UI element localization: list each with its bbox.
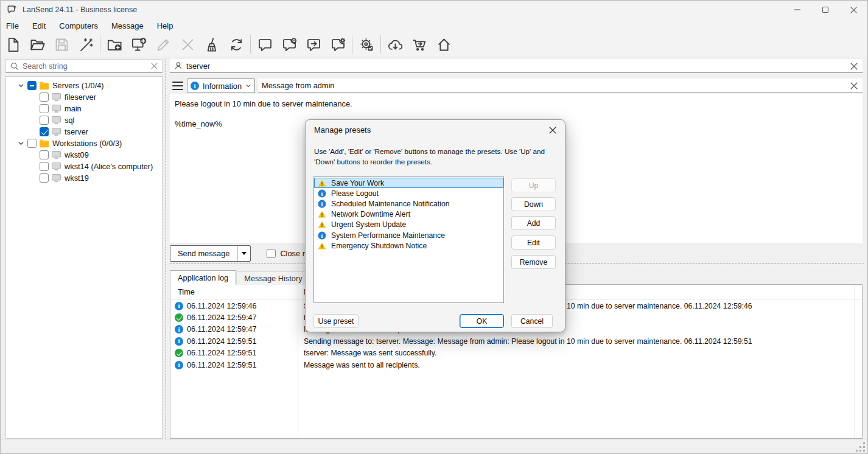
toolbar-separator bbox=[250, 35, 251, 54]
checkbox[interactable] bbox=[40, 162, 49, 171]
info-icon bbox=[175, 325, 183, 334]
tab-application-log[interactable]: Application log bbox=[170, 270, 236, 285]
checkbox[interactable] bbox=[40, 116, 49, 125]
tree-row-wkst09[interactable]: wkst09 bbox=[6, 149, 162, 161]
column-header-time[interactable]: Time bbox=[170, 287, 298, 296]
use-preset-button[interactable]: Use preset bbox=[313, 314, 359, 328]
menu-icon[interactable] bbox=[172, 82, 183, 90]
clear-icon[interactable] bbox=[200, 33, 224, 55]
message-status-icon[interactable] bbox=[277, 33, 301, 55]
tab-message-history[interactable]: Message History bbox=[236, 271, 310, 285]
open-icon[interactable] bbox=[25, 33, 49, 55]
tree-label: Servers (1/0/4) bbox=[52, 81, 104, 90]
save-icon[interactable] bbox=[49, 33, 74, 55]
add-group-icon[interactable] bbox=[102, 33, 127, 55]
preset-item[interactable]: Emergency Shutdown Notice bbox=[314, 240, 503, 251]
tree-row-fileserver[interactable]: fileserver bbox=[6, 91, 162, 103]
log-row[interactable]: 06.11.2024 12:59:51 Sending message to: … bbox=[170, 335, 862, 347]
log-row[interactable]: 06.11.2024 12:59:51 tserver: Message was… bbox=[170, 347, 862, 359]
menu-edit[interactable]: Edit bbox=[26, 20, 52, 32]
preset-item[interactable]: Urgent System Update bbox=[314, 220, 503, 230]
preset-item[interactable]: System Performance Maintenance bbox=[314, 230, 503, 240]
up-button[interactable]: Up bbox=[511, 178, 556, 192]
computer-icon bbox=[51, 116, 61, 125]
purchase-icon[interactable] bbox=[407, 33, 432, 55]
down-button[interactable]: Down bbox=[511, 197, 556, 211]
refresh-icon[interactable] bbox=[224, 33, 248, 55]
preset-list: Save Your Work Please Logout Scheduled M… bbox=[313, 176, 504, 303]
home-icon[interactable] bbox=[432, 33, 456, 55]
clear-recipients-icon[interactable] bbox=[848, 60, 860, 72]
log-row[interactable]: 06.11.2024 12:59:51 Message was sent to … bbox=[170, 359, 862, 371]
info-icon bbox=[318, 189, 326, 197]
warning-icon bbox=[318, 221, 326, 229]
menu-message[interactable]: Message bbox=[105, 20, 150, 32]
tree-row-sql[interactable]: sql bbox=[6, 114, 162, 126]
delete-icon[interactable] bbox=[175, 33, 200, 55]
tree-row-wkst19[interactable]: wkst19 bbox=[6, 172, 162, 184]
add-computer-icon[interactable] bbox=[127, 33, 151, 55]
preset-label: System Performance Maintenance bbox=[331, 231, 445, 240]
tree-label: fileserver bbox=[65, 93, 96, 102]
resize-grip[interactable] bbox=[856, 442, 865, 452]
new-message-icon[interactable] bbox=[253, 33, 277, 55]
menu-help[interactable]: Help bbox=[150, 20, 180, 32]
status-strip bbox=[1, 439, 867, 453]
checkbox[interactable] bbox=[27, 139, 37, 148]
download-icon[interactable] bbox=[383, 33, 407, 55]
search-input[interactable] bbox=[23, 62, 150, 71]
new-document-icon[interactable] bbox=[1, 33, 25, 55]
computer-icon bbox=[51, 150, 61, 159]
manage-presets-dialog: Manage presets Use 'Add', 'Edit' or 'Rem… bbox=[305, 119, 565, 332]
dialog-close-icon[interactable] bbox=[545, 124, 560, 137]
preset-item[interactable]: Scheduled Maintenance Notification bbox=[314, 198, 503, 209]
minimize-button[interactable] bbox=[783, 1, 811, 19]
checkbox[interactable] bbox=[27, 81, 37, 90]
send-message-button[interactable]: Send message bbox=[170, 245, 251, 262]
send-options-dropdown[interactable] bbox=[237, 246, 250, 261]
cancel-button[interactable]: Cancel bbox=[511, 314, 553, 328]
computer-icon bbox=[51, 93, 61, 102]
subject-field[interactable]: Message from admin bbox=[258, 79, 863, 93]
ok-button[interactable]: OK bbox=[460, 314, 504, 328]
tree-row-wkst14[interactable]: wkst14 (Alice's computer) bbox=[6, 161, 162, 172]
checkbox[interactable] bbox=[40, 173, 49, 183]
tree-row-main[interactable]: main bbox=[6, 103, 162, 114]
computers-tree: Servers (1/0/4) fileserver main sql tser… bbox=[5, 76, 163, 439]
remove-button[interactable]: Remove bbox=[511, 255, 556, 269]
chevron-down-icon[interactable] bbox=[16, 82, 25, 90]
user-icon bbox=[174, 61, 183, 70]
clear-subject-icon[interactable] bbox=[848, 80, 860, 92]
checkbox[interactable] bbox=[267, 249, 276, 258]
message-presets-icon[interactable] bbox=[326, 33, 350, 55]
resend-message-icon[interactable] bbox=[301, 33, 326, 55]
edit-icon[interactable] bbox=[151, 33, 175, 55]
preset-item[interactable]: Please Logout bbox=[314, 188, 503, 198]
edit-button[interactable]: Edit bbox=[511, 236, 556, 250]
checkbox[interactable] bbox=[40, 150, 49, 159]
add-button[interactable]: Add bbox=[511, 216, 556, 230]
folder-icon bbox=[39, 81, 49, 90]
settings-icon[interactable] bbox=[354, 33, 379, 55]
log-time: 06.11.2024 12:59:47 bbox=[187, 325, 257, 334]
menu-computers[interactable]: Computers bbox=[52, 20, 105, 32]
checkbox[interactable] bbox=[40, 104, 49, 113]
maximize-button[interactable] bbox=[811, 1, 839, 19]
tree-label: main bbox=[65, 104, 82, 113]
menu-file[interactable]: File bbox=[1, 20, 26, 32]
wizard-icon[interactable] bbox=[74, 33, 98, 55]
tree-row-tserver[interactable]: tserver bbox=[6, 126, 162, 138]
preset-item[interactable]: Network Downtime Alert bbox=[314, 209, 503, 220]
close-button[interactable] bbox=[839, 1, 867, 19]
preset-item[interactable]: Save Your Work bbox=[314, 178, 503, 188]
chevron-down-icon[interactable] bbox=[16, 139, 25, 148]
checkbox[interactable] bbox=[40, 93, 49, 102]
search-clear-icon[interactable] bbox=[150, 62, 158, 70]
vertical-splitter[interactable] bbox=[166, 58, 166, 451]
tree-row-workstations[interactable]: Workstations (0/0/3) bbox=[6, 138, 162, 149]
checkbox[interactable] bbox=[40, 127, 49, 136]
computer-icon bbox=[51, 104, 61, 113]
recipients-field[interactable]: tserver bbox=[170, 59, 863, 73]
message-type-select[interactable]: Information bbox=[187, 79, 255, 93]
tree-row-servers[interactable]: Servers (1/0/4) bbox=[6, 80, 162, 91]
